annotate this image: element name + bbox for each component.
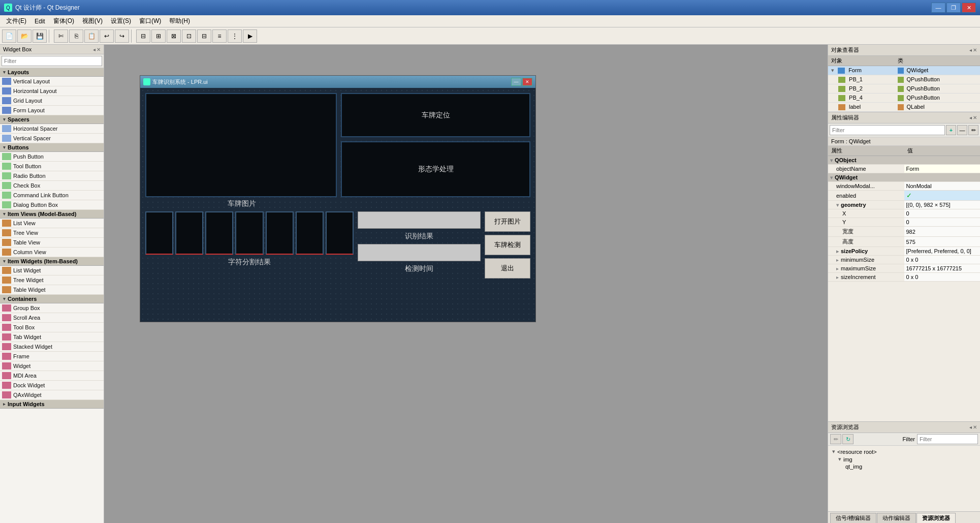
toolbar-align[interactable]: ≡ xyxy=(212,29,227,43)
menu-settings[interactable]: 设置(S) xyxy=(107,16,135,26)
open-image-btn[interactable]: 打开图片 xyxy=(485,211,530,232)
list-item[interactable]: enabled ✓ xyxy=(828,191,980,201)
toolbar-layout-brk[interactable]: ⊟ xyxy=(197,29,211,43)
wb-mdi-area[interactable]: MDI Area xyxy=(0,371,104,381)
menu-view[interactable]: 视图(V) xyxy=(78,16,107,26)
maximize-button[interactable]: ❐ xyxy=(946,3,961,13)
wb-dock-widget[interactable]: Dock Widget xyxy=(0,381,104,390)
recognition-input[interactable] xyxy=(358,211,481,229)
prop-edit-btn[interactable]: ✏ xyxy=(968,125,978,135)
toolbar-layout-h[interactable]: ⊞ xyxy=(151,29,166,43)
wb-section-item-views[interactable]: ▾ Item Views (Model-Based) xyxy=(0,210,104,219)
exit-btn[interactable]: 退出 xyxy=(485,258,530,279)
res-filter-input[interactable] xyxy=(917,434,978,444)
canvas-area[interactable]: 车牌识别系统 - LPR.ui — ✕ 车牌定位 xyxy=(104,45,828,523)
res-refresh-btn[interactable]: ↻ xyxy=(842,434,853,444)
toolbar-redo[interactable]: ↪ xyxy=(115,29,129,43)
toolbar-save[interactable]: 💾 xyxy=(33,29,47,43)
toolbar-undo[interactable]: ↩ xyxy=(100,29,114,43)
toolbar-cut[interactable]: ✄ xyxy=(54,29,68,43)
obj-inspector-close-btn[interactable]: ✕ xyxy=(973,47,977,53)
toolbar-layout-f[interactable]: ⊡ xyxy=(182,29,196,43)
table-row[interactable]: PB_1 QPushButton xyxy=(828,75,980,84)
minimize-button[interactable]: — xyxy=(931,3,945,13)
wb-qax-widget[interactable]: QAxWidget xyxy=(0,390,104,400)
tab-signal-slot[interactable]: 信号/槽编辑器 xyxy=(830,513,876,523)
wb-command-link[interactable]: Command Link Button xyxy=(0,191,104,200)
wb-list-view[interactable]: List View xyxy=(0,219,104,228)
wb-tree-widget[interactable]: Tree Widget xyxy=(0,275,104,285)
wb-check-box[interactable]: Check Box xyxy=(0,181,104,191)
menu-help[interactable]: 帮助(H) xyxy=(165,16,194,26)
prop-height-value[interactable]: 575 xyxy=(904,237,981,247)
toolbar-layout-g[interactable]: ⊠ xyxy=(167,29,181,43)
wb-section-containers[interactable]: ▾ Containers xyxy=(0,295,104,303)
wb-horizontal-layout[interactable]: Horizontal Layout xyxy=(0,86,104,96)
wb-scroll-area[interactable]: Scroll Area xyxy=(0,313,104,323)
wb-vertical-layout[interactable]: Vertical Layout xyxy=(0,77,104,86)
res-browser-float-btn[interactable]: ◂ xyxy=(969,424,972,430)
list-item[interactable]: X 0 xyxy=(828,209,980,218)
form-minimize-btn[interactable]: — xyxy=(511,78,521,86)
res-edit-btn[interactable]: ✏ xyxy=(830,434,841,444)
form-content[interactable]: 车牌定位 形态学处理 车牌图片 xyxy=(140,88,535,322)
wb-list-widget[interactable]: List Widget xyxy=(0,266,104,275)
widget-box-close-btn[interactable]: ✕ xyxy=(97,47,101,52)
wb-frame[interactable]: Frame xyxy=(0,352,104,361)
wb-tab-widget[interactable]: Tab Widget xyxy=(0,332,104,342)
toolbar-copy[interactable]: ⎘ xyxy=(69,29,83,43)
menu-file[interactable]: 文件(E) xyxy=(2,16,30,26)
list-item[interactable]: ▸sizeIncrement 0 x 0 xyxy=(828,273,980,282)
toolbar-layout-v[interactable]: ⊟ xyxy=(136,29,150,43)
obj-inspector-float-btn[interactable]: ◂ xyxy=(969,47,972,53)
wb-section-layouts[interactable]: ▾ Layouts xyxy=(0,68,104,77)
prop-x-value[interactable]: 0 xyxy=(904,209,981,218)
prop-editor-float-btn[interactable]: ◂ xyxy=(969,115,972,120)
prop-sizeincr-value[interactable]: 0 x 0 xyxy=(904,273,981,282)
toolbar-open[interactable]: 📂 xyxy=(17,29,31,43)
wb-radio-button[interactable]: Radio Button xyxy=(0,171,104,181)
prop-objectname-value[interactable]: Form xyxy=(904,165,981,173)
wb-dialog-btn-box[interactable]: Dialog Button Box xyxy=(0,200,104,210)
prop-add-btn[interactable]: + xyxy=(946,125,956,135)
form-close-btn[interactable]: ✕ xyxy=(522,78,532,86)
wb-column-view[interactable]: Column View xyxy=(0,248,104,257)
menu-form[interactable]: 窗体(O) xyxy=(49,16,78,26)
wb-section-buttons[interactable]: ▾ Buttons xyxy=(0,143,104,152)
wb-stacked-widget[interactable]: Stacked Widget xyxy=(0,342,104,352)
wb-widget[interactable]: Widget xyxy=(0,361,104,371)
list-item[interactable]: 高度 575 xyxy=(828,237,980,247)
wb-grid-layout[interactable]: Grid Layout xyxy=(0,96,104,106)
list-item[interactable]: ▸maximumSize 16777215 x 16777215 xyxy=(828,264,980,273)
wb-horiz-spacer[interactable]: Horizontal Spacer xyxy=(0,124,104,134)
wb-section-spacers[interactable]: ▾ Spacers xyxy=(0,115,104,124)
prop-geometry-value[interactable]: [(0, 0), 982 × 575] xyxy=(904,201,981,209)
wb-vert-spacer[interactable]: Vertical Spacer xyxy=(0,134,104,143)
prop-enabled-value[interactable]: ✓ xyxy=(904,191,981,201)
widget-box-float-btn[interactable]: ◂ xyxy=(93,47,96,52)
prop-windowmodal-value[interactable]: NonModal xyxy=(904,182,981,191)
res-item-qt-img[interactable]: qt_img xyxy=(830,463,978,470)
list-item[interactable]: ▸sizePolicy [Preferred, Preferred, 0, 0] xyxy=(828,247,980,256)
wb-table-widget[interactable]: Table Widget xyxy=(0,285,104,295)
wb-push-button[interactable]: Push Button xyxy=(0,152,104,162)
tab-resource-browser[interactable]: 资源浏览器 xyxy=(916,513,956,523)
list-item[interactable]: windowModal... NonModal xyxy=(828,182,980,191)
menu-edit[interactable]: Edit xyxy=(30,17,49,26)
detect-time-input[interactable] xyxy=(358,244,481,261)
prop-remove-btn[interactable]: — xyxy=(957,125,967,135)
toolbar-preview[interactable]: ▶ xyxy=(243,29,257,43)
wb-tool-button[interactable]: Tool Button xyxy=(0,162,104,171)
prop-minsize-value[interactable]: 0 x 0 xyxy=(904,256,981,264)
wb-section-input-widgets[interactable]: ▸ Input Widgets xyxy=(0,400,104,409)
toolbar-distrib[interactable]: ⋮ xyxy=(228,29,242,43)
table-row[interactable]: PB_2 QPushButton xyxy=(828,84,980,94)
wb-form-layout[interactable]: Form Layout xyxy=(0,106,104,115)
tab-action-editor[interactable]: 动作编辑器 xyxy=(877,513,916,523)
list-item[interactable]: Y 0 xyxy=(828,218,980,227)
widget-filter-input[interactable] xyxy=(2,56,102,66)
wb-tool-box[interactable]: Tool Box xyxy=(0,323,104,332)
prop-maxsize-value[interactable]: 16777215 x 16777215 xyxy=(904,264,981,273)
res-item-img[interactable]: ▾ img xyxy=(830,455,978,463)
res-browser-close-btn[interactable]: ✕ xyxy=(973,424,977,430)
